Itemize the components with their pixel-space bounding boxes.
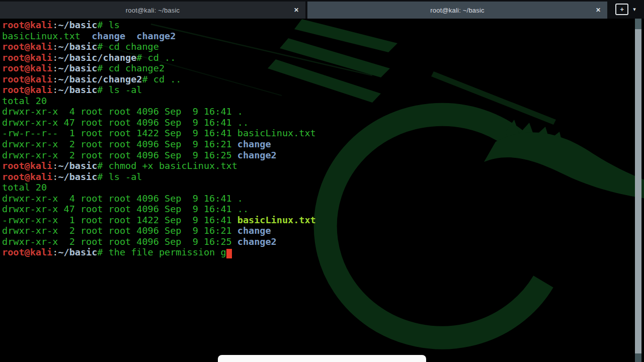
tab-terminal-2-active[interactable]: root@kali: ~/basic ✕	[307, 2, 607, 19]
terminal-line: drwxr-xr-x 47 root root 4096 Sep 9 16:41…	[2, 204, 633, 215]
terminal-line: root@kali:~/basic# the file permission g	[2, 247, 633, 258]
terminal-line: root@kali:~/basic# ls	[2, 20, 633, 31]
tab-controls: + ▾	[607, 0, 644, 19]
terminal[interactable]: root@kali:~/basic# lsbasicLinux.txt chan…	[0, 19, 644, 362]
terminal-line: root@kali:~/basic# chmod +x basicLinux.t…	[2, 160, 633, 171]
tab-terminal-1[interactable]: root@kali: ~/basic ✕	[0, 2, 305, 19]
tab-title: root@kali: ~/basic	[0, 2, 305, 19]
terminal-line: root@kali:~/basic# cd change	[2, 41, 633, 52]
terminal-line: root@kali:~/basic# cd change2	[2, 63, 633, 74]
terminal-line: -rw-r--r-- 1 root root 1422 Sep 9 16:41 …	[2, 128, 633, 139]
scrollbar-bottom-stepper[interactable]	[635, 353, 641, 362]
terminal-output: root@kali:~/basic# lsbasicLinux.txt chan…	[2, 20, 633, 258]
terminal-line: drwxr-xr-x 4 root root 4096 Sep 9 16:41 …	[2, 106, 633, 117]
terminal-line: drwxr-xr-x 47 root root 4096 Sep 9 16:41…	[2, 117, 633, 128]
scrollbar-top-stepper[interactable]	[635, 19, 641, 29]
terminal-line: total 20	[2, 182, 633, 193]
plus-glyph: +	[620, 6, 624, 13]
terminal-line: total 20	[2, 96, 633, 107]
tab-title: root@kali: ~/basic	[307, 2, 607, 19]
terminal-line: drwxr-xr-x 2 root root 4096 Sep 9 16:25 …	[2, 236, 633, 247]
tab-bar: root@kali: ~/basic ✕ root@kali: ~/basic …	[0, 0, 644, 19]
terminal-line: drwxr-xr-x 2 root root 4096 Sep 9 16:21 …	[2, 225, 633, 236]
text-cursor	[226, 249, 232, 258]
terminal-line: root@kali:~/basic# ls -al	[2, 84, 633, 96]
close-icon[interactable]: ✕	[294, 7, 299, 14]
terminal-line: drwxr-xr-x 4 root root 4096 Sep 9 16:41 …	[2, 193, 633, 204]
terminal-line: -rwxr-xr-x 1 root root 1422 Sep 9 16:41 …	[2, 215, 633, 226]
terminal-line: basicLinux.txt change change2	[2, 31, 633, 42]
bottom-overlay-bar	[218, 355, 426, 362]
screen: root@kali: ~/basic ✕ root@kali: ~/basic …	[0, 0, 644, 362]
terminal-line: root@kali:~/basic# ls -al	[2, 171, 633, 183]
close-icon[interactable]: ✕	[596, 7, 601, 14]
scrollbar[interactable]	[635, 19, 641, 362]
terminal-line: root@kali:~/basic/change2# cd ..	[2, 74, 633, 85]
terminal-line: root@kali:~/basic/change# cd ..	[2, 52, 633, 63]
new-tab-icon[interactable]: +	[615, 4, 628, 15]
terminal-line: drwxr-xr-x 2 root root 4096 Sep 9 16:25 …	[2, 150, 633, 161]
terminal-line: drwxr-xr-x 2 root root 4096 Sep 9 16:21 …	[2, 139, 633, 150]
tab-list-chevron-down-icon[interactable]: ▾	[633, 6, 636, 13]
